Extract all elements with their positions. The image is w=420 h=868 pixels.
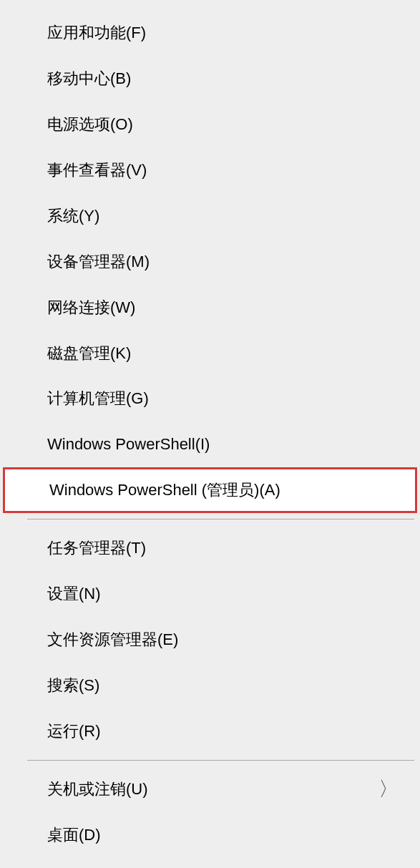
menu-item-label: 计算机管理(G) [47, 388, 149, 409]
menu-item-label: 搜索(S) [47, 675, 99, 696]
menu-item-label: 事件查看器(V) [47, 160, 147, 181]
menu-item-label: 移动中心(B) [47, 68, 131, 89]
winx-context-menu: 应用和功能(F) 移动中心(B) 电源选项(O) 事件查看器(V) 系统(Y) … [0, 0, 420, 868]
menu-item-file-explorer[interactable]: 文件资源管理器(E) [0, 617, 420, 663]
menu-item-label: 文件资源管理器(E) [47, 629, 178, 650]
menu-item-label: Windows PowerShell (管理员)(A) [49, 479, 280, 501]
menu-item-label: 磁盘管理(K) [47, 343, 131, 364]
menu-item-label: 任务管理器(T) [47, 537, 146, 559]
menu-item-desktop[interactable]: 桌面(D) [0, 812, 420, 858]
menu-item-system[interactable]: 系统(Y) [0, 193, 420, 239]
menu-item-settings[interactable]: 设置(N) [0, 571, 420, 617]
menu-item-powershell-admin[interactable]: Windows PowerShell (管理员)(A) [3, 467, 417, 513]
menu-item-network-connections[interactable]: 网络连接(W) [0, 285, 420, 331]
menu-item-search[interactable]: 搜索(S) [0, 663, 420, 708]
menu-item-mobility-center[interactable]: 移动中心(B) [0, 56, 420, 102]
menu-item-power-options[interactable]: 电源选项(O) [0, 102, 420, 147]
menu-item-disk-management[interactable]: 磁盘管理(K) [0, 331, 420, 376]
menu-item-run[interactable]: 运行(R) [0, 708, 420, 754]
menu-divider [27, 760, 414, 761]
menu-item-label: 设置(N) [47, 583, 101, 605]
menu-item-shutdown-signout[interactable]: 关机或注销(U) 〉 [0, 766, 420, 812]
menu-item-task-manager[interactable]: 任务管理器(T) [0, 525, 420, 571]
menu-item-device-manager[interactable]: 设备管理器(M) [0, 239, 420, 285]
menu-item-label: 应用和功能(F) [47, 22, 146, 44]
menu-item-label: 电源选项(O) [47, 114, 133, 135]
menu-item-apps-features[interactable]: 应用和功能(F) [0, 10, 420, 56]
menu-item-label: 运行(R) [47, 721, 101, 742]
chevron-right-icon: 〉 [379, 779, 399, 799]
menu-item-label: 桌面(D) [47, 824, 101, 846]
menu-item-label: 关机或注销(U) [47, 779, 148, 800]
menu-item-label: 网络连接(W) [47, 297, 135, 318]
menu-item-powershell[interactable]: Windows PowerShell(I) [0, 421, 420, 467]
menu-item-computer-management[interactable]: 计算机管理(G) [0, 376, 420, 422]
menu-item-event-viewer[interactable]: 事件查看器(V) [0, 147, 420, 193]
menu-item-label: 系统(Y) [47, 205, 99, 227]
menu-divider [27, 519, 414, 520]
menu-item-label: 设备管理器(M) [47, 251, 150, 273]
menu-item-label: Windows PowerShell(I) [47, 435, 210, 454]
